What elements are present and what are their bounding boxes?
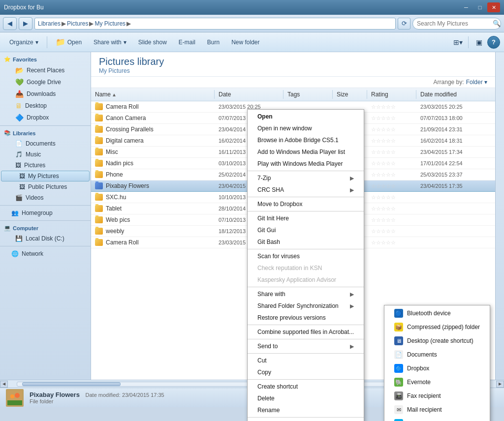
send-to-item[interactable]: 🐘Evernote	[384, 375, 490, 389]
send-to-item[interactable]: 📦Compressed (zipped) folder	[384, 320, 490, 334]
sidebar-item-desktop[interactable]: 🖥 Desktop	[1, 100, 90, 112]
scroll-right-btn[interactable]: ▶	[496, 381, 504, 388]
context-menu-item[interactable]: Send to▶	[248, 340, 364, 352]
col-tags[interactable]: Tags	[284, 90, 333, 99]
context-menu-item[interactable]: Copy	[248, 366, 364, 378]
sidebar-item-my-pictures[interactable]: 🖼 My Pictures	[1, 171, 90, 181]
computer-header[interactable]: 💻 Computer	[0, 223, 91, 233]
col-name[interactable]: Name ▲	[91, 90, 215, 99]
share-button[interactable]: Share with ▾	[88, 35, 132, 50]
email-button[interactable]: E-mail	[173, 35, 201, 50]
send-to-item[interactable]: SSkype	[384, 417, 490, 421]
sidebar-item-videos[interactable]: 🎬 Videos	[1, 192, 90, 203]
forward-button[interactable]: ▶	[19, 17, 32, 30]
send-to-item[interactable]: 🖥Desktop (create shortcut)	[384, 334, 490, 348]
context-menu-item[interactable]: CRC SHA▶	[248, 184, 364, 196]
sidebar-item-dropbox[interactable]: 🔷 Dropbox	[1, 112, 90, 123]
arrange-folder-link[interactable]: Folder ▾	[466, 79, 487, 86]
col-date[interactable]: Date	[215, 90, 284, 99]
file-rating-cell: ☆☆☆☆☆	[367, 182, 416, 190]
col-size[interactable]: Size	[333, 90, 367, 99]
sidebar-item-local-disk[interactable]: 💾 Local Disk (C:)	[1, 233, 90, 244]
context-menu-item[interactable]: 7-Zip▶	[248, 172, 364, 184]
h-scroll-thumb[interactable]	[22, 382, 121, 386]
context-menu-item[interactable]: Browse in Adobe Bridge CS5.1	[248, 134, 364, 146]
new-folder-button[interactable]: New folder	[226, 35, 265, 50]
address-path[interactable]: Libraries ▶ Pictures ▶ My Pictures ▶	[34, 18, 396, 30]
submenu-arrow: ▶	[350, 303, 354, 309]
col-date-modified[interactable]: Date modified	[416, 90, 495, 99]
context-menu-item[interactable]: Open	[248, 111, 364, 122]
search-input[interactable]	[417, 20, 491, 27]
library-subtitle[interactable]: My Pictures	[99, 67, 487, 74]
context-menu-item[interactable]: Create shortcut	[248, 381, 364, 392]
sidebar-item-google-drive[interactable]: 💚 Google Drive	[1, 76, 90, 88]
sidebar-item-music[interactable]: 🎵 Music	[1, 149, 90, 160]
documents-label: Documents	[26, 140, 56, 147]
help-button[interactable]: ?	[487, 36, 500, 49]
libraries-label: Libraries	[13, 130, 35, 136]
context-menu-item[interactable]: Combine supported files in Acrobat...	[248, 326, 364, 338]
docs-icon: 📄	[394, 350, 403, 359]
context-menu-item[interactable]: Git Init Here	[248, 212, 364, 224]
close-button[interactable]: ✕	[487, 2, 500, 12]
context-menu-item[interactable]: Shared Folder Synchronization▶	[248, 300, 364, 312]
burn-button[interactable]: Burn	[202, 35, 225, 50]
path-libraries[interactable]: Libraries	[38, 20, 61, 27]
maximize-button[interactable]: □	[473, 2, 486, 12]
context-menu-item[interactable]: Git Bash	[248, 236, 364, 248]
context-menu-item[interactable]: Open folder location	[248, 419, 364, 421]
context-menu-item[interactable]: Restore previous versions	[248, 312, 364, 324]
file-name-cell: Canon Camera	[91, 114, 215, 122]
status-date-value: 23/04/2015 17:35	[122, 392, 164, 398]
search-icon[interactable]: 🔍	[493, 20, 501, 27]
file-name-cell: Nadin pics	[91, 159, 215, 168]
file-rating-cell: ☆☆☆☆☆	[367, 193, 416, 202]
sidebar-item-homegroup[interactable]: 👥 Homegroup	[1, 208, 90, 218]
file-rating-cell: ☆☆☆☆☆	[367, 103, 416, 111]
organize-button[interactable]: Organize ▾	[4, 35, 44, 50]
sidebar-item-recent[interactable]: 📂 Recent Places	[1, 64, 90, 76]
sidebar-item-pictures[interactable]: 🖼 Pictures	[1, 160, 90, 171]
scroll-left-btn[interactable]: ◀	[0, 381, 8, 388]
submenu-arrow: ▶	[350, 175, 354, 181]
send-to-item[interactable]: ✉Mail recipient	[384, 403, 490, 417]
context-menu-item[interactable]: Play with Windows Media Player	[248, 158, 364, 170]
context-menu-item[interactable]: Move to Dropbox	[248, 198, 364, 210]
col-rating[interactable]: Rating	[367, 90, 416, 99]
music-icon: 🎵	[15, 151, 23, 158]
context-menu-item[interactable]: Delete	[248, 392, 364, 404]
send-to-item[interactable]: 🔷Dropbox	[384, 361, 490, 375]
context-menu-separator	[248, 211, 364, 211]
context-menu-item[interactable]: Scan for viruses	[248, 250, 364, 262]
context-menu-item[interactable]: Git Gui	[248, 224, 364, 236]
file-name-cell: Camera Roll	[91, 102, 215, 111]
path-pictures[interactable]: Pictures	[67, 20, 88, 27]
back-button[interactable]: ◀	[3, 17, 17, 30]
send-to-item[interactable]: 🔵Bluetooth device	[384, 306, 490, 320]
sidebar-item-network[interactable]: 🌐 Network	[1, 248, 90, 259]
context-menu-item[interactable]: Open in new window	[248, 122, 364, 134]
favorites-header[interactable]: ⭐ Favorites	[0, 54, 91, 64]
path-my-pictures[interactable]: My Pictures	[94, 20, 126, 27]
window-controls: ─ □ ✕	[460, 2, 500, 12]
open-button[interactable]: 📁 Open	[50, 35, 87, 50]
sidebar-item-public-pictures[interactable]: 🖼 Public Pictures	[1, 181, 90, 192]
folder-icon	[95, 194, 103, 201]
scroll-area[interactable]	[495, 52, 504, 380]
slideshow-button[interactable]: Slide show	[133, 35, 172, 50]
libraries-header[interactable]: 📚 Libraries	[0, 128, 91, 138]
refresh-button[interactable]: ⟳	[398, 18, 410, 30]
public-pictures-label: Public Pictures	[28, 183, 67, 190]
context-menu-item[interactable]: Add to Windows Media Player list	[248, 146, 364, 158]
preview-pane-button[interactable]: ▣	[472, 36, 485, 49]
context-menu-item[interactable]: Share with▶	[248, 288, 364, 300]
view-toggle-button[interactable]: ⊞▾	[451, 36, 464, 49]
sidebar-item-documents[interactable]: 📄 Documents	[1, 138, 90, 149]
send-to-item[interactable]: 📠Fax recipient	[384, 389, 490, 403]
sidebar-item-downloads[interactable]: 📥 Downloads	[1, 88, 90, 100]
send-to-item[interactable]: 📄Documents	[384, 348, 490, 361]
context-menu-item[interactable]: Rename	[248, 404, 364, 416]
minimize-button[interactable]: ─	[460, 2, 472, 12]
context-menu-item[interactable]: Cut	[248, 355, 364, 366]
